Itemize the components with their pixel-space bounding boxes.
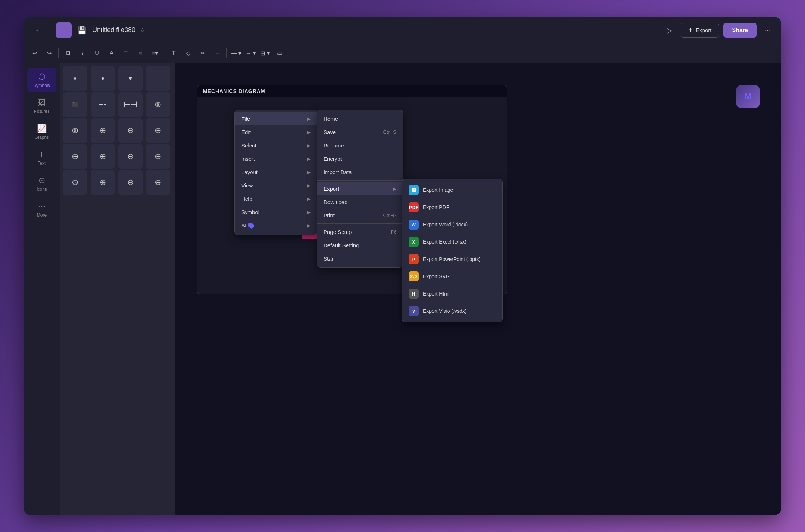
grid-lines-button[interactable]: ⊞ ▾ [259, 47, 272, 60]
icons-icon: ⊙ [39, 176, 45, 185]
export-word-icon: W [409, 220, 419, 230]
underline-button[interactable]: U [91, 47, 104, 60]
ai-badge[interactable]: M [736, 85, 760, 108]
sidebar-item-symbols[interactable]: ⬡ Symbols [27, 68, 56, 92]
export-excel-item[interactable]: X Export Excel (.xlsx) [402, 233, 502, 251]
export-visio-item[interactable]: V Export Visio (.vsdx) [402, 302, 502, 320]
bold-button[interactable]: B [62, 47, 75, 60]
pictures-icon: 🖼 [38, 98, 46, 107]
export-button[interactable]: ⬆ Export [681, 23, 719, 38]
sidebar-item-more[interactable]: ⋯ More [27, 198, 56, 222]
menu-item-view[interactable]: View ▶ [235, 179, 317, 192]
export-image-label: Export Image [423, 187, 453, 193]
play-button[interactable]: ▷ [662, 23, 676, 37]
undo-button[interactable]: ↩ [28, 47, 41, 60]
more-options-button[interactable]: ⋯ [761, 24, 774, 37]
menu-view-label: View [241, 182, 253, 189]
export-html-label: Export Html [423, 291, 449, 297]
menu-button[interactable]: ☰ [56, 22, 72, 38]
pencil-button[interactable]: ✏ [196, 47, 209, 60]
submenu-rename[interactable]: Rename [317, 139, 403, 152]
pictures-label: Pictures [34, 109, 49, 114]
text-icon: T [39, 150, 44, 159]
submenu-download[interactable]: Download [317, 195, 403, 209]
symbol-cell[interactable]: • [63, 66, 87, 91]
left-sidebar: ⬡ Symbols 🖼 Pictures 📈 Graphs T Text ⊙ I… [24, 63, 60, 515]
export-pdf-label: Export PDF [423, 204, 449, 210]
menu-item-help[interactable]: Help ▶ [235, 192, 317, 205]
export-ppt-item[interactable]: P Export PowerPoint (.pptx) [402, 251, 502, 268]
menu-separator-2 [317, 223, 403, 224]
back-button[interactable]: ‹ [31, 24, 44, 37]
symbol-cell[interactable]: • [91, 66, 115, 91]
symbol-cell[interactable]: ⊕ [91, 170, 115, 195]
symbol-cell[interactable]: ⊙ [63, 170, 87, 195]
symbol-cell[interactable]: ⊕ [146, 118, 170, 143]
submenu-print[interactable]: Print Ctrl+P [317, 209, 403, 222]
sidebar-item-icons[interactable]: ⊙ Icons [27, 172, 56, 196]
text-style-button[interactable]: T [119, 47, 132, 60]
menu-item-symbol[interactable]: Symbol ▶ [235, 205, 317, 219]
line-style-button[interactable]: — ▾ [230, 47, 243, 60]
submenu-star[interactable]: Star [317, 252, 403, 265]
font-color-button[interactable]: A [105, 47, 118, 60]
symbol-cell[interactable]: ⊗ [146, 92, 170, 117]
symbol-cell[interactable]: ⊕ [91, 144, 115, 169]
export-ppt-icon: P [409, 254, 419, 264]
sidebar-item-graphs[interactable]: 📈 Graphs [27, 120, 56, 144]
symbol-cell[interactable]: ⊖ [118, 144, 143, 169]
menu-item-select[interactable]: Select ▶ [235, 139, 317, 152]
pagesetup-shortcut: F6 [391, 229, 396, 235]
menu-item-edit[interactable]: Edit ▶ [235, 125, 317, 139]
star-icon[interactable]: ☆ [140, 26, 145, 34]
submenu-home[interactable]: Home [317, 112, 403, 125]
menu-item-file[interactable]: File ▶ [235, 112, 317, 125]
align-button[interactable]: ≡ [134, 47, 147, 60]
encrypt-label: Encrypt [324, 156, 342, 162]
submenu-defaultsetting[interactable]: Default Setting [317, 239, 403, 252]
align-options-button[interactable]: ≡▾ [148, 47, 161, 60]
canvas-area[interactable]: MECHANICS DIAGRAM String 1 Str [175, 63, 781, 515]
arrow-style-button[interactable]: → ▾ [244, 47, 257, 60]
menu-help-label: Help [241, 196, 252, 202]
export-svg-item[interactable]: SVG Export SVG [402, 268, 502, 285]
toolbar-separator-2 [164, 48, 164, 58]
export-image-item[interactable]: 🖼 Export Image [402, 181, 502, 199]
symbol-cell[interactable]: ⊕ [146, 144, 170, 169]
menu-separator [317, 180, 403, 181]
export-pdf-item[interactable]: PDF Export PDF [402, 199, 502, 216]
symbol-cell[interactable]: ⊕ [91, 118, 115, 143]
print-label: Print [324, 212, 335, 218]
frame-button[interactable]: ▭ [273, 47, 286, 60]
menu-item-ai[interactable]: AI 🎨 ▶ [235, 219, 317, 232]
export-word-item[interactable]: W Export Word (.docx) [402, 216, 502, 233]
submenu-encrypt[interactable]: Encrypt [317, 152, 403, 165]
text-block-button[interactable]: T [167, 47, 180, 60]
symbol-cell[interactable]: ⊢⊣ [118, 92, 143, 117]
submenu-pagesetup[interactable]: Page Setup F6 [317, 225, 403, 239]
sidebar-item-pictures[interactable]: 🖼 Pictures [27, 94, 56, 118]
symbol-cell[interactable]: ⊕ [146, 170, 170, 195]
symbol-cell[interactable]: ⊕ [63, 144, 87, 169]
canvas-title: MECHANICS DIAGRAM [197, 85, 507, 97]
shape-button[interactable]: ◇ [182, 47, 195, 60]
sidebar-item-text[interactable]: T Text [27, 146, 56, 170]
submenu-export[interactable]: Export ▶ [317, 182, 403, 195]
symbol-cell[interactable]: ≡▼ [91, 92, 115, 117]
symbol-cell[interactable]: ⊖ [118, 118, 143, 143]
symbol-cell[interactable] [146, 66, 170, 91]
submenu-importdata[interactable]: Import Data [317, 165, 403, 179]
export-html-item[interactable]: H Export Html [402, 285, 502, 302]
symbol-cell[interactable]: ▼ [118, 66, 143, 91]
share-button[interactable]: Share [723, 23, 757, 38]
submenu-save[interactable]: Save Ctrl+S [317, 125, 403, 139]
layout-arrow-icon: ▶ [307, 170, 311, 175]
symbol-cell[interactable]: ⊗ [63, 118, 87, 143]
symbol-cell[interactable]: ⬛ [63, 92, 87, 117]
connector-button[interactable]: ⌐ [211, 47, 224, 60]
symbol-cell[interactable]: ⊖ [118, 170, 143, 195]
menu-item-layout[interactable]: Layout ▶ [235, 165, 317, 179]
redo-button[interactable]: ↪ [43, 47, 56, 60]
menu-item-insert[interactable]: Insert ▶ [235, 152, 317, 165]
italic-button[interactable]: I [76, 47, 89, 60]
